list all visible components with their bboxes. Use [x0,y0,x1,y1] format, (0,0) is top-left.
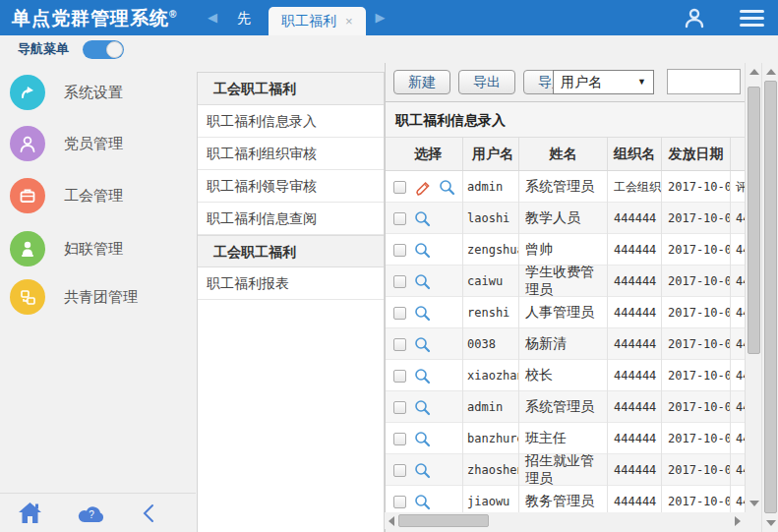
scrollbar-thumb[interactable] [764,81,777,513]
scroll-down-icon[interactable] [766,520,776,526]
column-header-org[interactable]: 组织名称 [608,138,662,170]
pencil-icon[interactable] [414,179,431,196]
submenu-item[interactable]: 职工福利组织审核 [198,138,384,170]
cell-name: 教务管理员 [525,493,594,510]
new-button[interactable]: 新建 [393,70,450,94]
cell-name: 班主任 [525,430,567,447]
table-horizontal-scrollbar[interactable] [385,512,745,529]
row-checkbox[interactable] [393,307,406,320]
scroll-down-icon[interactable] [749,501,759,506]
submenu-item[interactable]: 职工福利信息查阅 [198,203,384,235]
table-vertical-scrollbar[interactable] [745,63,761,512]
scroll-right-icon[interactable] [735,516,741,526]
table-row[interactable]: admin 系统管理员 444444 2017-10-06 44 [386,391,746,423]
table-row[interactable]: admin 系统管理员 工会组织 2017-10-06 评 [386,171,746,203]
women-federation-icon [10,231,45,266]
tab-partial[interactable]: 先 [223,0,265,35]
sidebar-item-party-member[interactable]: 党员管理 [10,124,192,163]
tab-scroll-right-icon[interactable]: ▶ [370,0,391,35]
column-header-select[interactable]: 选择 [386,138,463,170]
nav-toggle-switch[interactable] [83,40,124,59]
table-row[interactable]: banzhuren 班主任 444444 2017-10-06 44 [386,423,746,454]
row-checkbox[interactable] [393,464,406,477]
scroll-up-icon[interactable] [766,69,776,75]
magnifier-icon[interactable] [414,368,431,384]
cell-username: xiaozhang [467,369,519,383]
row-checkbox[interactable] [393,275,406,288]
page-vertical-scrollbar[interactable] [761,63,778,532]
row-checkbox[interactable] [393,212,406,225]
table-row[interactable]: caiwu 学生收费管理员 444444 2017-10-06 44 [386,266,746,297]
scrollbar-thumb[interactable] [748,87,760,354]
table-row[interactable]: zhaosheng 招生就业管理员 444444 2017-10-06 44 [386,454,746,486]
collapse-icon[interactable] [142,502,155,524]
row-checkbox[interactable] [393,181,406,194]
magnifier-icon[interactable] [414,305,431,322]
scroll-up-icon[interactable] [749,69,759,75]
menu-icon[interactable] [740,10,764,27]
column-header-username[interactable]: 用户名 [463,138,519,170]
row-checkbox[interactable] [393,433,406,445]
cell-name: 曾帅 [525,241,553,259]
export-button[interactable]: 导出 [458,70,515,94]
sidebar-item-label: 工会管理 [64,187,123,206]
scrollbar-thumb[interactable] [398,514,489,527]
cell-username: laoshi [467,211,509,225]
table-row[interactable]: jiaowu 教务管理员 444444 2017-10-06 44 [386,486,746,512]
tab-active[interactable]: 职工福利 × [269,7,366,35]
magnifier-icon[interactable] [414,462,431,479]
sidebar-footer: ? [0,493,196,532]
column-header-date[interactable]: 发放日期 [662,138,731,170]
tab-close-icon[interactable]: × [345,14,353,29]
table-header-row: 选择 用户名 姓名 组织名称 发放日期 [386,138,746,171]
cell-org: 444444 [614,306,656,320]
submenu-item[interactable]: 职工福利领导审核 [198,170,384,203]
cell-date: 2017-10-06 [668,337,731,351]
submenu-item[interactable]: 职工福利信息录入 [198,105,384,138]
row-checkbox[interactable] [393,401,406,414]
row-actions-cell [386,203,463,234]
home-icon[interactable] [18,502,42,524]
cloud-help-icon[interactable]: ? [78,503,106,523]
magnifier-icon[interactable] [414,399,431,416]
table-row[interactable]: zengshuai 曾帅 444444 2017-10-06 44 [386,234,746,266]
nav-toggle-label: 导航菜单 [18,40,69,58]
cell-date: 2017-10-06 [668,243,731,257]
sidebar-item-youth-league[interactable]: 共青团管理 [10,277,192,317]
cell-name: 人事管理员 [525,304,594,322]
filter-field-select[interactable]: 用户名 ▼ [553,70,654,94]
sidebar-item-women-federation[interactable]: 妇联管理 [10,229,192,268]
row-checkbox[interactable] [393,244,406,257]
table-row[interactable]: renshi 人事管理员 444444 2017-10-06 44 [386,297,746,328]
tab-active-label: 职工福利 [281,13,336,30]
magnifier-icon[interactable] [439,179,455,196]
submenu-item[interactable]: 职工福利报表 [198,267,384,300]
tab-strip: ◀ 先 职工福利 × ▶ [202,0,391,35]
column-header-name[interactable]: 姓名 [519,138,608,170]
cell-username: zhaosheng [467,463,519,477]
party-member-icon [10,126,45,161]
row-checkbox[interactable] [393,370,406,383]
sidebar-item-label: 党员管理 [64,135,123,153]
search-input[interactable] [667,69,741,94]
table-row[interactable]: laoshi 教学人员 444444 2017-10-06 44 [386,203,746,234]
row-checkbox[interactable] [393,338,406,351]
magnifier-icon[interactable] [414,242,431,259]
sidebar-item-system-settings[interactable]: 系统设置 [10,73,192,112]
row-checkbox[interactable] [393,496,406,508]
magnifier-icon[interactable] [414,494,431,510]
column-header-extra [731,138,746,170]
scroll-left-icon[interactable] [389,516,394,526]
table-row[interactable]: xiaozhang 校长 444444 2017-10-06 44 [386,360,746,391]
cell-username: admin [467,180,503,194]
magnifier-icon[interactable] [414,431,431,447]
tab-scroll-left-icon[interactable]: ◀ [202,0,223,35]
row-actions-cell [386,391,463,423]
magnifier-icon[interactable] [414,273,431,290]
magnifier-icon[interactable] [414,210,431,227]
cell-org: 444444 [614,495,656,508]
magnifier-icon[interactable] [414,336,431,353]
table-row[interactable]: 0038 杨新清 444444 2017-10-06 44 [386,328,746,360]
user-icon[interactable] [683,6,706,30]
sidebar-item-union[interactable]: 工会管理 [10,176,192,215]
